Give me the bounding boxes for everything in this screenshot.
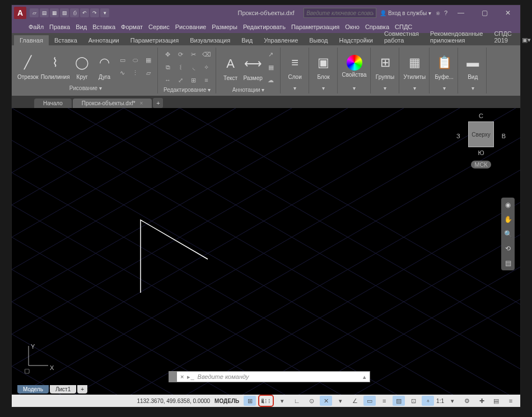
wcs-label[interactable]: МСК xyxy=(471,161,491,168)
doc-tab-current[interactable]: Прокси-объекты.dxf*× xyxy=(73,99,152,108)
tool-hatch-icon[interactable]: ▦ xyxy=(143,54,154,65)
ribbon-tab-featured[interactable]: Рекомендованные приложения xyxy=(424,29,488,45)
transparency-icon[interactable]: ▨ xyxy=(393,396,405,406)
tool-scale-icon[interactable]: ⤢ xyxy=(175,74,186,86)
tool-arc[interactable]: ◠Дуга xyxy=(95,53,115,80)
close-button[interactable]: ✕ xyxy=(498,6,518,20)
menu-tools[interactable]: Сервис xyxy=(148,24,170,30)
panel-draw-title[interactable]: Рисование ▾ xyxy=(69,84,102,92)
menu-format[interactable]: Формат xyxy=(121,24,143,30)
tool-leader-icon[interactable]: ↗ xyxy=(265,49,277,60)
qat-save-icon[interactable]: ▦ xyxy=(50,8,59,17)
qat-plot-icon[interactable]: ⎙ xyxy=(70,8,79,17)
tool-point-icon[interactable]: ⋮ xyxy=(130,67,141,78)
panel-annot-title[interactable]: Аннотации ▾ xyxy=(232,86,265,94)
ribbon-tab-view[interactable]: Вид xyxy=(236,35,258,45)
grid-display-icon[interactable]: �⵿⋮⋮ xyxy=(260,396,272,406)
nav-pan-icon[interactable]: ✋ xyxy=(504,214,512,224)
tool-spline-icon[interactable]: ∿ xyxy=(117,67,128,78)
menu-dimension[interactable]: Размеры xyxy=(212,24,237,30)
ribbon-tab-collab[interactable]: Совместная работа xyxy=(379,29,424,45)
dropdown-icon[interactable]: ▾ xyxy=(276,396,288,406)
menu-edit[interactable]: Правка xyxy=(49,24,70,30)
tool-stretch-icon[interactable]: ↔ xyxy=(162,74,174,86)
snap-mode-icon[interactable]: ⊞ xyxy=(244,396,256,406)
qat-undo-icon[interactable]: ↶ xyxy=(80,8,89,17)
customize-icon[interactable]: ≡ xyxy=(505,396,517,406)
cmdline-history-icon[interactable]: ▴ xyxy=(360,373,370,381)
view-cube[interactable]: С З В Сверху Ю МСК xyxy=(459,114,503,175)
ribbon-tab-annotate[interactable]: Аннотации xyxy=(83,35,125,45)
tool-utilities[interactable]: ▦Утилиты xyxy=(404,53,426,80)
menu-insert[interactable]: Вставка xyxy=(92,24,115,30)
ortho-icon[interactable]: ∟ xyxy=(291,396,303,406)
layout-tab-model[interactable]: Модель xyxy=(17,385,49,393)
app-logo[interactable]: A xyxy=(14,7,26,19)
polar-icon[interactable]: ⊙ xyxy=(305,396,318,406)
ribbon-tab-visualize[interactable]: Визуализация xyxy=(184,35,236,45)
tool-mirror-icon[interactable]: ⧙ xyxy=(175,62,186,73)
tool-rectangle-icon[interactable]: ▭ xyxy=(117,54,128,65)
cmdline-handle-icon[interactable] xyxy=(169,372,177,382)
tool-text[interactable]: AТекст xyxy=(221,54,241,81)
nav-wheel-icon[interactable]: ◉ xyxy=(505,200,511,210)
tool-array-icon[interactable]: ⊞ xyxy=(188,74,199,86)
tool-ellipse-icon[interactable]: ⬭ xyxy=(130,54,141,65)
workspace-icon[interactable]: ⚙ xyxy=(461,396,473,406)
tool-fillet-icon[interactable]: ◟ xyxy=(188,62,199,73)
qat-new-icon[interactable]: ▱ xyxy=(30,8,39,17)
tool-offset-icon[interactable]: ≡ xyxy=(201,74,212,86)
ribbon-tab-manage[interactable]: Управление xyxy=(258,35,304,45)
menu-modify[interactable]: Редактировать xyxy=(243,24,286,30)
tool-table-icon[interactable]: ▦ xyxy=(265,62,277,73)
help-icon[interactable]: ? xyxy=(444,10,447,16)
menu-draw[interactable]: Рисование xyxy=(175,24,206,30)
scale-label[interactable]: 1:1 xyxy=(436,398,444,404)
tool-region-icon[interactable]: ▱ xyxy=(143,67,154,78)
nav-showmotion-icon[interactable]: ▤ xyxy=(505,258,511,268)
command-line[interactable]: × ▸_ Введите команду ▴ xyxy=(169,371,370,382)
osnap-icon[interactable]: ∠ xyxy=(349,396,361,406)
tool-explode-icon[interactable]: ✧ xyxy=(201,62,212,73)
qat-redo-icon[interactable]: ↷ xyxy=(90,8,99,17)
tool-line[interactable]: ╱Отрезок xyxy=(17,53,39,80)
layout-tab-sheet1[interactable]: Лист1 xyxy=(50,385,76,393)
tool-circle[interactable]: ◯Круг xyxy=(72,53,92,80)
units-icon[interactable]: ▤ xyxy=(490,396,502,406)
ribbon-tab-insert[interactable]: Вставка xyxy=(49,35,83,45)
annomonitor-icon[interactable]: ✚ xyxy=(475,396,488,406)
ribbon-tab-output[interactable]: Вывод xyxy=(304,35,333,45)
tool-trim-icon[interactable]: ✂ xyxy=(188,49,199,60)
drawing-canvas[interactable]: С З В Сверху Ю МСК ◉ ✋ 🔍 ⟲ ▤ Y X ▢ × ▸_ … xyxy=(12,108,520,395)
nav-orbit-icon[interactable]: ⟲ xyxy=(505,243,511,254)
scale-dropdown-icon[interactable]: ▾ xyxy=(446,396,459,406)
tool-clipboard[interactable]: 📋Буфе... xyxy=(434,53,454,80)
tool-polyline[interactable]: ⌇Полилиния xyxy=(41,53,70,80)
lineweight-icon[interactable]: ≡ xyxy=(378,396,390,406)
ribbon-tab-addins[interactable]: Надстройки xyxy=(334,35,379,45)
ribbon-collapse-icon[interactable]: ▣▾ xyxy=(517,35,532,45)
ribbon-tab-home[interactable]: Главная xyxy=(14,35,49,45)
otrack-icon[interactable]: ▭ xyxy=(363,396,376,406)
tool-erase-icon[interactable]: ⌫ xyxy=(201,49,212,60)
tool-dimension[interactable]: ⟷Размер xyxy=(243,54,263,81)
cmdline-input[interactable]: Введите команду xyxy=(194,373,253,380)
close-tab-icon[interactable]: × xyxy=(140,100,143,106)
tool-move-icon[interactable]: ✥ xyxy=(162,49,174,60)
annoscale-icon[interactable]: ⍏ xyxy=(422,396,434,406)
layout-add-button[interactable]: + xyxy=(77,385,87,393)
menu-view[interactable]: Вид xyxy=(76,24,87,30)
search-input[interactable] xyxy=(304,8,376,18)
login-button[interactable]: 👤 Вход в службы ▾ xyxy=(380,10,431,16)
add-tab-button[interactable]: + xyxy=(153,98,163,108)
dropdown2-icon[interactable]: ▾ xyxy=(334,396,347,406)
tool-layers[interactable]: ≡Слои xyxy=(285,53,305,80)
exchange-icon[interactable]: ⨳ xyxy=(435,10,441,16)
tool-cloud-icon[interactable]: ☁ xyxy=(265,74,277,86)
minimize-button[interactable]: — xyxy=(451,6,471,20)
nav-zoom-icon[interactable]: 🔍 xyxy=(504,229,512,239)
qat-more-icon[interactable]: ▾ xyxy=(100,8,109,17)
menu-window[interactable]: Окно xyxy=(345,24,360,30)
ribbon-tab-spds[interactable]: СПДС 2019 xyxy=(488,29,517,45)
tool-view[interactable]: ▬Вид xyxy=(463,53,483,80)
